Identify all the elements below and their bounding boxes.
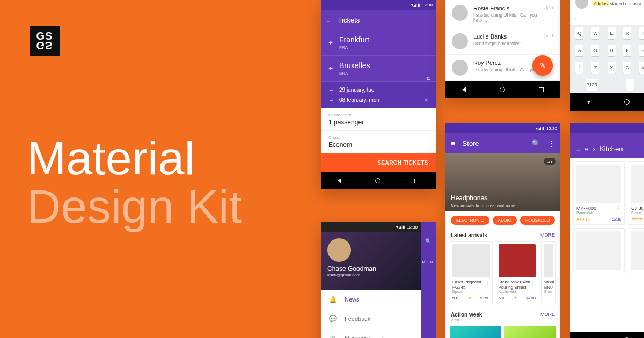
phone-store: ▾◢ ▮12:30 ≡ Store 🔍 ⋮ 1/7 Headphones New… <box>445 123 560 338</box>
avatar <box>327 238 351 262</box>
message-item[interactable]: Lucile BanksDon't forget buy a wine ! Ja… <box>445 28 560 55</box>
menu-icon: 💬 <box>328 315 337 322</box>
chevron-right-icon: › <box>593 145 595 153</box>
passengers-field[interactable]: Passengers1 passenger <box>321 108 436 131</box>
compose-fab[interactable]: ✎ <box>532 55 553 76</box>
key-t[interactable]: T <box>639 27 644 39</box>
star-icon: ★ <box>468 296 471 300</box>
phone-drawer: 🔍 MORE $230 ▾◢ ▮12:30 Chase Goodman kuku… <box>321 222 436 338</box>
key-w[interactable]: W <box>591 27 599 39</box>
key-d[interactable]: D <box>608 45 616 56</box>
more-icon[interactable]: ⋮ <box>616 203 621 211</box>
recents-icon[interactable] <box>414 179 419 183</box>
keyboard[interactable]: QWERTYU ASDFGHJ ⇧ZXCVBN ?123,☺ <box>570 25 644 93</box>
chat-message: Olivia HeldensAdidas started out as a <box>570 0 644 12</box>
brand-logo: GSGS <box>30 26 60 56</box>
key-q[interactable]: Q <box>575 27 583 39</box>
more-icon[interactable]: ⋮ <box>485 280 490 290</box>
chevron-right-icon: › <box>570 12 644 25</box>
product-card[interactable]: Laser Projector FG245⋮ Epson 5.0★$150 <box>450 241 493 303</box>
swap-icon[interactable]: ⇅ <box>426 76 430 82</box>
hamburger-icon[interactable]: ≡ <box>326 16 331 24</box>
key-c[interactable]: C <box>623 62 631 74</box>
to-city-row[interactable]: ✈ BruxellesBRA <box>321 56 436 82</box>
key-s[interactable]: S <box>591 45 599 56</box>
key-f[interactable]: F <box>623 45 631 56</box>
key-⇧[interactable]: ⇧ <box>575 62 583 74</box>
product-image <box>576 165 621 203</box>
more-icon[interactable]: ⋮ <box>548 139 555 148</box>
store-hero[interactable]: 1/7 Headphones New arrivals from in ear … <box>445 153 560 211</box>
search-icon[interactable]: 🔍 <box>532 139 540 148</box>
hamburger-icon[interactable]: ≡ <box>451 139 455 148</box>
appbar: ≡ Store 🔍 ⋮ <box>445 133 560 153</box>
more-button[interactable]: MORE <box>540 312 555 322</box>
close-icon[interactable]: ✕ <box>424 97 428 103</box>
product-card[interactable]: Wom BN0 Brau <box>541 241 556 303</box>
avatar <box>452 33 468 49</box>
product-card[interactable]: MK-F800⋮ Panasonic ★★★★☆$230 <box>573 161 625 225</box>
avatar <box>452 5 468 21</box>
chip[interactable]: AUDIO <box>493 216 517 225</box>
drawer-item-news[interactable]: 🔔News <box>321 290 421 309</box>
product-card[interactable] <box>628 228 644 273</box>
key-z[interactable]: Z <box>591 62 599 74</box>
category-chips: ELECTRONIC AUDIO HOUSHOLD <box>445 211 560 229</box>
product-image <box>576 231 621 270</box>
status-bar: ▾◢ ▮12:30 <box>445 123 560 133</box>
return-date[interactable]: →08 february, mon✕ <box>328 95 428 105</box>
key-?123[interactable]: ?123 <box>586 79 598 91</box>
appbar: ≡ Tickets <box>321 10 436 30</box>
android-navbar <box>570 332 644 338</box>
hero-title: MaterialDesign Kit <box>27 134 242 231</box>
android-navbar <box>321 172 436 189</box>
hamburger-icon[interactable]: ≡ <box>576 145 581 153</box>
star-icon: ★★★★☆ <box>576 217 590 222</box>
more-icon[interactable]: ⋮ <box>530 280 536 290</box>
arrow-right-icon: → <box>328 97 334 103</box>
product-card[interactable]: Stand Mixer with Pouring Shield⋮ Kitchen… <box>496 241 539 303</box>
phone-messages: …I started doing UI kits ! Can you help … <box>445 0 560 98</box>
promo-tile[interactable] <box>450 326 501 338</box>
section-title: Latest arrivals <box>451 232 487 238</box>
product-card[interactable] <box>573 228 625 273</box>
key-x[interactable]: X <box>608 62 616 74</box>
appbar-title: Tickets <box>338 16 360 24</box>
key-g[interactable]: G <box>639 45 644 56</box>
more-button[interactable]: MORE <box>540 232 555 238</box>
appbar <box>570 133 644 139</box>
back-icon[interactable]: ▾ <box>587 98 590 106</box>
avatar <box>575 0 588 9</box>
recents-icon[interactable] <box>539 87 544 92</box>
breadcrumb[interactable]: ≡ e › Kitchen <box>570 139 644 158</box>
chip[interactable]: ELECTRONIC <box>451 216 489 225</box>
back-icon[interactable] <box>462 87 466 92</box>
key-a[interactable]: A <box>575 45 583 56</box>
message-item[interactable]: Rosie FrancisI started doing UI kits ! C… <box>445 0 560 28</box>
android-navbar <box>445 81 560 98</box>
search-icon[interactable]: 🔍 <box>425 238 431 244</box>
search-tickets-button[interactable]: SEARCH TICKETS <box>321 153 436 172</box>
depart-date[interactable]: ←29 january, tue <box>328 85 428 95</box>
key-r[interactable]: R <box>623 27 631 39</box>
class-field[interactable]: ClassEconom <box>321 131 436 153</box>
home-icon[interactable] <box>500 87 505 92</box>
appbar-title: Store <box>463 139 479 148</box>
home-icon[interactable] <box>375 178 380 183</box>
promo-tile[interactable] <box>504 326 556 338</box>
key-e[interactable]: E <box>608 27 616 39</box>
drawer-item-messages[interactable]: ✉Messages4 <box>321 328 421 338</box>
from-city-row[interactable]: ✈ FrankfurtFRA <box>321 30 436 56</box>
plane-icon: ✈ <box>328 40 333 46</box>
drawer-item-feedback[interactable]: 💬Feedback <box>321 309 421 328</box>
product-card[interactable]: CJ 3050 Braun ★★★★☆ <box>628 161 644 225</box>
chip[interactable]: HOUSHOLD <box>520 216 555 225</box>
android-navbar: ▾ <box>570 93 644 111</box>
page-counter: 1/7 <box>544 158 556 165</box>
key-,[interactable]: , <box>626 79 634 91</box>
status-bar: ▾◢ ▮12:30 <box>321 222 421 232</box>
home-icon[interactable] <box>624 99 630 105</box>
key-v[interactable]: V <box>639 62 644 74</box>
star-icon: ★ <box>514 296 516 300</box>
back-icon[interactable] <box>338 178 341 183</box>
